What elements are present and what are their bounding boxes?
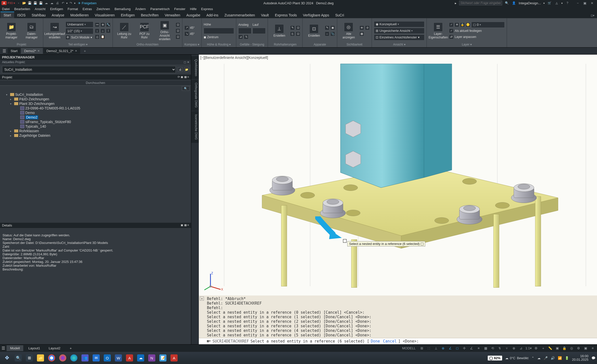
search-button[interactable]: 🔍: [13, 353, 24, 363]
snap-icon[interactable]: ⸬: [426, 346, 432, 351]
ortho-icon[interactable]: ⊥: [433, 346, 439, 351]
isolate-icon[interactable]: ◎: [569, 346, 574, 351]
notepad-icon[interactable]: 📝: [157, 353, 168, 363]
autodesk-icon[interactable]: ◬: [554, 1, 559, 5]
menu-parametrisch[interactable]: Parametrisch: [150, 7, 170, 11]
menu-format[interactable]: Format: [68, 7, 78, 11]
notifications-icon[interactable]: 💬: [591, 356, 595, 360]
doctab-start[interactable]: Start: [8, 48, 20, 54]
tree-file-0996[interactable]: 23-0996-40-TDM005-R0.1-LA0105: [0, 106, 191, 110]
display-scale-indicator[interactable]: ◯ 92%: [488, 356, 502, 360]
tree-plant3d[interactable]: ▾Plant 3D-Zeichnungen: [0, 101, 191, 106]
doctab-menu-icon[interactable]: ☰: [1, 49, 8, 53]
system-clock[interactable]: 16:00 20.01.2025: [572, 354, 588, 362]
tree-file-demo2[interactable]: Demo2: [0, 115, 191, 120]
rohrhalterung-erstellen-button[interactable]: ⊥Erstellen: [270, 24, 289, 37]
tab-beschriften[interactable]: Beschriften: [138, 12, 162, 18]
start-button[interactable]: ❖: [2, 353, 13, 363]
tab-einfuegen[interactable]: Einfügen: [118, 12, 138, 18]
menu-bearbeiten[interactable]: Bearbeiten: [14, 7, 30, 11]
tab-sucri[interactable]: SuCri: [332, 12, 347, 18]
save-icon[interactable]: 💾: [27, 1, 32, 5]
layer-eigenschaften-button[interactable]: ☰Layer- Eigenschaften: [429, 22, 447, 39]
search-icon[interactable]: 🔍: [182, 86, 189, 91]
edge-icon[interactable]: [68, 353, 79, 363]
command-history[interactable]: ✕Befehl: *Abbruch* Befehl: SUCRI4DETACHX…: [199, 295, 597, 338]
tab-modellieren[interactable]: Modellieren: [67, 12, 92, 18]
size-dropdown[interactable]: 1/2" (15)▾: [66, 28, 93, 34]
pm-browse[interactable]: Durchsuchen: [0, 80, 191, 86]
tab-ausgabe[interactable]: Ausgabe: [183, 12, 203, 18]
menu-aendern[interactable]: Ändern: [135, 7, 146, 11]
leitungsverlauf-button[interactable]: ↝Leitungsverlauf erstellen: [45, 22, 64, 39]
leitung-zu-rohr-button[interactable]: ／Leitung zu Rohr: [115, 22, 134, 39]
layout-menu-icon[interactable]: ☰: [2, 346, 5, 351]
search-icon[interactable]: 🔍: [505, 1, 509, 5]
current-layer-dropdown[interactable]: ◻ 0▾: [471, 22, 505, 28]
close-button[interactable]: ✕: [588, 1, 595, 6]
filter-icon[interactable]: ▿: [504, 346, 510, 351]
microphone-tray-icon[interactable]: 🎤: [544, 356, 548, 360]
cloud-save-icon[interactable]: ☁: [50, 1, 54, 5]
menu-hilfe[interactable]: Hilfe: [190, 7, 197, 11]
customize-icon[interactable]: ≡: [590, 346, 595, 351]
folder-icon[interactable]: 📁: [184, 67, 189, 72]
restore-button[interactable]: ▣: [581, 1, 588, 6]
word-icon[interactable]: W: [113, 353, 124, 363]
weather-widget[interactable]: ☁0°CBewölkt: [505, 356, 528, 360]
annoscale-icon[interactable]: ⊿: [518, 346, 524, 351]
add-doc-button[interactable]: ＋: [81, 48, 89, 54]
thunderbird-icon[interactable]: ✉: [91, 353, 102, 363]
cloud-open-icon[interactable]: ☁: [44, 1, 49, 5]
tab-isos[interactable]: ISOS: [14, 12, 29, 18]
polar-icon[interactable]: ⊕: [440, 346, 446, 351]
redo-icon[interactable]: ↷: [69, 1, 73, 5]
transparency-icon[interactable]: ▦: [483, 346, 488, 351]
hwa-icon[interactable]: ⚙: [576, 346, 581, 351]
3dosnap-icon[interactable]: ✢: [462, 346, 467, 351]
tree-file-demo[interactable]: Demo: [0, 110, 191, 115]
grid-icon[interactable]: ⊞: [419, 346, 425, 351]
network-tray-icon[interactable]: 📶: [558, 356, 562, 360]
ortho-erstellen-button[interactable]: ▣Ortho- Ansicht erstellen: [155, 21, 174, 41]
tab-verwalten[interactable]: Verwalten: [162, 12, 183, 18]
user-name[interactable]: IntegaDesign...: [519, 1, 541, 5]
plot-icon[interactable]: 🖨: [55, 1, 60, 5]
menu-datei[interactable]: Datei: [2, 7, 10, 11]
menu-zeichnen[interactable]: Zeichnen: [96, 7, 110, 11]
taskview-button[interactable]: ⊞: [24, 353, 35, 363]
cycling-icon[interactable]: ⟲: [490, 346, 496, 351]
isoplane-icon[interactable]: ∠: [447, 346, 453, 351]
otrack-icon[interactable]: ∠: [469, 346, 474, 351]
menu-fenster[interactable]: Fenster: [174, 7, 185, 11]
cleanscreen-icon[interactable]: ▣: [583, 346, 588, 351]
tab-zusammenarbeiten[interactable]: Zusammenarbeiten: [221, 12, 258, 18]
doctab-demo2[interactable]: Demo2*✕: [21, 48, 43, 54]
vtab-iso[interactable]: Isometrische DWG: [191, 111, 199, 143]
close-icon[interactable]: ✕: [200, 297, 204, 301]
lock-ui-icon[interactable]: 🔒: [562, 346, 567, 351]
tree-root[interactable]: ▾SuCri_Installation: [0, 92, 191, 97]
print-icon[interactable]: 🖨: [178, 67, 182, 72]
tab-visualisieren[interactable]: Visualisieren: [92, 12, 118, 18]
saveas-icon[interactable]: 💾: [33, 1, 37, 5]
onedrive-icon[interactable]: ☁: [135, 353, 146, 363]
menu-einfuegen[interactable]: Einfügen: [50, 7, 63, 11]
modeltab-layout1[interactable]: Layout1: [25, 345, 44, 351]
datenmanager-button[interactable]: 🗂Daten- manager: [22, 22, 41, 39]
volume-tray-icon[interactable]: 🔊: [551, 356, 555, 360]
add-layout-button[interactable]: ＋: [66, 345, 76, 352]
vtab-ortho[interactable]: Orthogonale DWG: [191, 80, 199, 111]
tree-file-typicals[interactable]: Typicals_140: [0, 124, 191, 129]
onenote-icon[interactable]: N: [146, 353, 157, 363]
modeltab-modell[interactable]: Modell: [7, 345, 23, 351]
outlook-icon[interactable]: O: [102, 353, 113, 363]
projektmanager-button[interactable]: 📁Projekt- manager: [2, 22, 21, 39]
close-icon[interactable]: ✕: [75, 49, 77, 53]
close-icon[interactable]: ✕: [37, 49, 40, 53]
tab-addins[interactable]: Add-ins: [203, 12, 221, 18]
annotation-scale-dropdown[interactable]: 1:1▾: [525, 346, 532, 351]
visual-style-dropdown[interactable]: ◉ Konzeptuell▾: [374, 21, 424, 27]
share-button[interactable]: ✈ Freigeben: [76, 1, 98, 5]
menu-extras[interactable]: Extras: [82, 7, 92, 11]
